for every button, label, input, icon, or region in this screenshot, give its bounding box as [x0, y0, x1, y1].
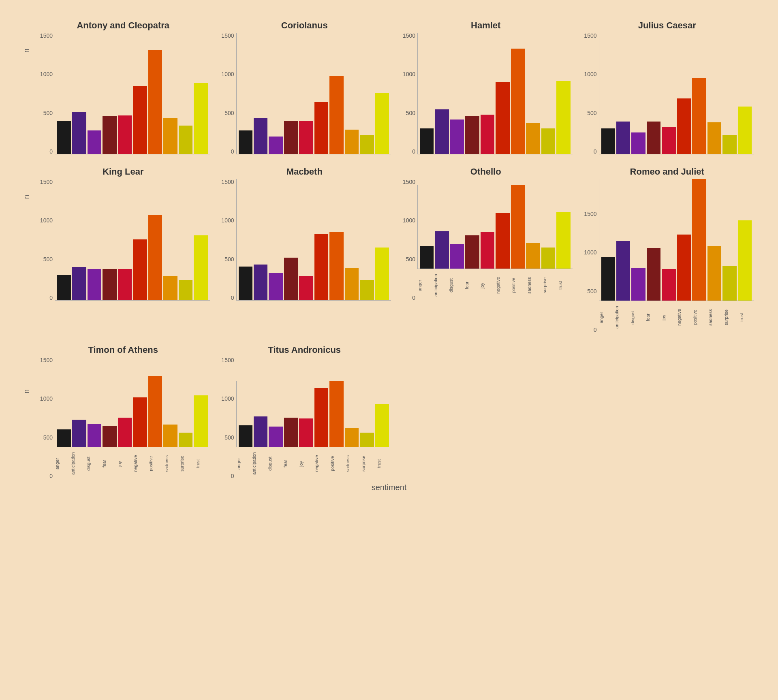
bar-trust: [556, 212, 570, 269]
bar-anticipation: [254, 118, 267, 154]
y-tick: 500: [406, 110, 415, 116]
bar-trust: [556, 81, 570, 154]
x-label-surprise: surprise: [180, 448, 194, 479]
bar-positive: [148, 376, 162, 447]
bar-surprise: [541, 128, 555, 154]
bar-trust: [375, 248, 389, 300]
x-label-trust: trust: [376, 448, 391, 479]
x-label-joy: joy: [480, 270, 494, 301]
bar-surprise: [541, 248, 555, 269]
bar-positive: [148, 50, 162, 154]
chart-romeo: Romeo and Juliet 0 500 1000 1500 angeran…: [577, 162, 758, 333]
bar-anger: [57, 121, 71, 154]
x-label-positive: positive: [693, 302, 707, 333]
y-axis-label-row2: n: [20, 162, 32, 199]
x-labels-romeo: angeranticipationdisgustfearjoynegativep…: [599, 302, 754, 333]
y-axis-othello: 0 500 1000 1500: [399, 179, 417, 301]
row-2: n King Lear 0 500 1000 1500 Macbeth: [20, 162, 758, 333]
x-label-fear: fear: [283, 448, 297, 479]
bars-titus: [236, 381, 391, 447]
y-tick: 0: [412, 295, 415, 301]
bar-anger: [57, 275, 71, 300]
x-label-negative: negative: [496, 270, 510, 301]
y-tick: 500: [587, 110, 596, 116]
y-tick: 500: [224, 110, 234, 116]
bar-anger: [239, 130, 252, 154]
y-tick: 1500: [403, 33, 415, 38]
bar-anger: [601, 257, 615, 301]
bar-disgust: [450, 244, 464, 269]
bars-antony: [55, 33, 210, 154]
chart-area-coriolanus: 0 500 1000 1500: [218, 33, 391, 154]
chart-area-timon: 0 500 1000 1500 angeranticipationdisgust…: [36, 357, 210, 479]
bar-positive: [148, 215, 162, 300]
bar-positive: [511, 49, 525, 154]
y-tick: 0: [231, 149, 234, 154]
bar-fear: [103, 116, 116, 154]
bar-sadness: [526, 243, 540, 269]
x-label-joy: joy: [117, 448, 132, 479]
bars-hamlet: [417, 33, 573, 154]
bar-joy: [299, 121, 313, 154]
bar-sadness: [707, 122, 721, 154]
title-coriolanus: Coriolanus: [281, 20, 328, 31]
empty-cell-1: [395, 341, 577, 479]
bar-anticipation: [72, 112, 86, 154]
bar-fear: [465, 235, 479, 269]
y-tick: 0: [594, 149, 597, 154]
bar-positive: [511, 185, 525, 269]
bar-surprise: [179, 433, 192, 447]
bar-negative: [496, 213, 509, 269]
bar-anger: [601, 128, 615, 154]
bar-disgust: [450, 120, 464, 154]
bar-negative: [314, 388, 328, 447]
x-label-anger: anger: [417, 270, 432, 301]
chart-area-hamlet: 0 500 1000 1500: [399, 33, 573, 154]
y-tick: 1500: [40, 33, 53, 38]
y-tick: 500: [43, 110, 53, 116]
chart-antony: Antony and Cleopatra 0 500 1000 1500: [32, 16, 214, 154]
bar-fear: [284, 258, 298, 300]
bar-joy: [662, 127, 675, 154]
y-axis-label-row3: n: [20, 341, 32, 393]
chart-julius: Julius Caesar 0 500 1000 1500: [577, 16, 758, 154]
chart-area-julius: 0 500 1000 1500: [581, 33, 754, 154]
chart-area-antony: 0 500 1000 1500: [36, 33, 210, 154]
bar-trust: [738, 220, 752, 301]
x-label-disgust: disgust: [86, 448, 100, 479]
y-tick: 1000: [584, 71, 596, 77]
y-tick: 500: [587, 288, 596, 294]
x-label-anger: anger: [599, 302, 613, 333]
bar-negative: [314, 234, 328, 300]
x-label-sadness: sadness: [164, 448, 179, 479]
y-tick: 1000: [40, 396, 53, 401]
y-axis-coriolanus: 0 500 1000 1500: [218, 33, 236, 154]
bar-trust: [738, 107, 752, 154]
bar-negative: [677, 235, 691, 301]
bar-sadness: [345, 268, 359, 300]
chart-titus: Titus Andronicus 0 500 1000 1500 angeran…: [214, 341, 395, 479]
y-tick: 1500: [221, 357, 234, 363]
bar-joy: [118, 418, 132, 447]
x-label-positive: positive: [511, 270, 526, 301]
bar-negative: [314, 102, 328, 154]
y-tick: 1000: [584, 250, 596, 255]
bar-disgust: [269, 427, 282, 447]
bar-disgust: [88, 130, 101, 154]
bar-sadness: [707, 246, 721, 301]
x-labels-titus: angeranticipationdisgustfearjoynegativep…: [236, 448, 391, 479]
y-tick: 1500: [221, 33, 234, 38]
bar-anger: [420, 246, 434, 269]
bar-fear: [103, 269, 116, 300]
x-label-surprise: surprise: [542, 270, 557, 301]
bar-sadness: [163, 276, 177, 300]
chart-area-othello: 0 500 1000 1500 angeranticipationdisgust…: [399, 179, 573, 301]
bar-anticipation: [254, 416, 267, 447]
x-label-anticipation: anticipation: [252, 448, 266, 479]
bar-sadness: [345, 428, 359, 447]
y-tick: 0: [49, 295, 53, 301]
bar-anticipation: [254, 265, 267, 300]
title-king-lear: King Lear: [103, 166, 143, 177]
x-label-sadness: sadness: [345, 448, 360, 479]
x-label-disgust: disgust: [267, 448, 282, 479]
